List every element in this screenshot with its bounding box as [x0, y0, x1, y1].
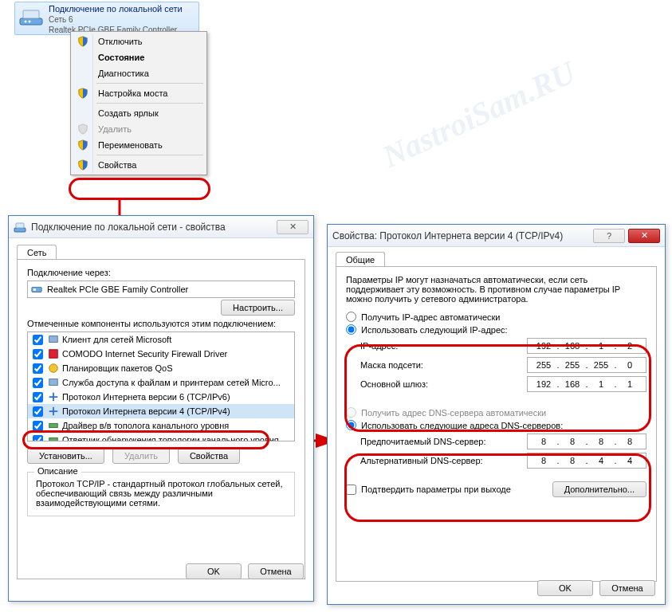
components-list[interactable]: Клиент для сетей Microsoft COMODO Intern… [27, 332, 295, 441]
install-button[interactable]: Установить... [27, 448, 104, 464]
checkbox[interactable] [33, 378, 43, 388]
dns1-input[interactable]: 8.8.8.8 [527, 434, 646, 449]
mask-input[interactable]: 255.255.255.0 [527, 357, 646, 373]
cm-rename[interactable]: Переименовать [73, 137, 205, 153]
help-button[interactable]: ? [593, 229, 625, 243]
cm-status[interactable]: Состояние [73, 49, 205, 65]
network-adapter-text: Подключение по локальной сети Сеть 6 Rea… [49, 4, 183, 33]
ipv4-properties-window: Свойства: Протокол Интернета версии 4 (T… [327, 224, 666, 605]
ipv4-titlebar[interactable]: Свойства: Протокол Интернета версии 4 (T… [328, 225, 665, 247]
checkbox[interactable] [33, 406, 43, 417]
radio-ip-manual[interactable]: Использовать следующий IP-адрес: [346, 324, 646, 335]
service-icon [48, 377, 59, 388]
svg-point-2 [25, 21, 27, 23]
svg-point-12 [49, 364, 58, 373]
qos-icon [48, 363, 59, 374]
network-icon [14, 221, 26, 233]
protocol-icon [48, 406, 59, 417]
ok-button[interactable]: OK [537, 580, 593, 596]
connection-properties-window: Подключение по локальной сети - свойства… [8, 215, 314, 602]
cancel-button[interactable]: Отмена [599, 580, 655, 596]
network-adapter-title: Подключение по локальной сети [49, 4, 183, 14]
svg-rect-11 [49, 350, 58, 359]
shield-icon [77, 124, 88, 135]
firewall-icon [48, 348, 59, 359]
shield-icon [77, 88, 88, 99]
client-icon [48, 334, 59, 345]
cm-properties[interactable]: Свойства [73, 157, 205, 173]
svg-rect-14 [49, 423, 58, 427]
gateway-input[interactable]: 192.168.1.1 [527, 376, 646, 392]
svg-rect-0 [20, 18, 42, 25]
cm-shortcut[interactable]: Создать ярлык [73, 105, 205, 121]
shield-icon [77, 139, 88, 151]
component-properties-button[interactable]: Свойства [178, 448, 240, 464]
radio-ip-auto[interactable]: Получить IP-адрес автоматически [346, 312, 646, 322]
network-icon [18, 4, 44, 29]
dns2-input[interactable]: 8.8.4.4 [527, 453, 646, 469]
radio[interactable] [346, 312, 356, 322]
description-title: Описание [34, 466, 81, 476]
svg-rect-13 [49, 379, 58, 386]
list-item[interactable]: Служба доступа к файлам и принтерам сете… [28, 375, 294, 390]
responder-icon [48, 434, 59, 441]
label-mask: Маска подсети: [360, 360, 527, 370]
adapter-field: Realtek PCIe GBE Family Controller [27, 281, 295, 298]
highlight-cm-properties [69, 178, 210, 200]
radio [346, 407, 356, 418]
label-components: Отмеченные компоненты используются этим … [27, 319, 295, 328]
list-item[interactable]: Клиент для сетей Microsoft [28, 332, 294, 347]
list-item[interactable]: COMODO Internet Security Firewall Driver [28, 347, 294, 361]
checkbox[interactable] [33, 421, 43, 431]
radio-dns-auto: Получить адрес DNS-сервера автоматически [346, 407, 646, 418]
shield-icon [77, 36, 88, 47]
cancel-button[interactable]: Отмена [248, 563, 304, 579]
network-adapter-card[interactable]: Подключение по локальной сети Сеть 6 Rea… [14, 2, 199, 35]
list-item-tcpipv4[interactable]: Протокол Интернета версии 4 (TCP/IPv4) [28, 404, 294, 418]
label-dns1: Предпочитаемый DNS-сервер: [360, 437, 527, 446]
description-text: Протокол TCP/IP - стандартный протокол г… [36, 479, 286, 508]
close-button[interactable]: ✕ [628, 229, 660, 243]
list-item[interactable]: Протокол Интернета версии 6 (TCP/IPv6) [28, 390, 294, 404]
checkbox[interactable] [33, 435, 43, 442]
cm-diagnostics[interactable]: Диагностика [73, 65, 205, 81]
radio[interactable] [346, 420, 356, 430]
svg-rect-15 [49, 437, 58, 441]
cm-bridge[interactable]: Настройка моста [73, 85, 205, 101]
adapter-name: Realtek PCIe GBE Family Controller [47, 284, 188, 294]
label-ip: IP-адрес: [360, 341, 527, 351]
driver-icon [48, 420, 59, 431]
tab-network[interactable]: Сеть [17, 245, 57, 260]
svg-rect-1 [23, 10, 39, 18]
shield-icon [77, 159, 88, 171]
svg-rect-10 [49, 336, 58, 343]
list-item[interactable]: Планировщик пакетов QoS [28, 361, 294, 375]
radio[interactable] [346, 324, 356, 335]
ok-button[interactable]: OK [186, 563, 242, 579]
checkbox[interactable] [33, 349, 43, 359]
tab-general[interactable]: Общие [336, 252, 385, 267]
protocol-icon [48, 391, 59, 402]
cm-disable[interactable]: Отключить [73, 33, 205, 49]
list-item[interactable]: Ответчик обнаружения топологии канальног… [28, 433, 294, 441]
network-adapter-sub1: Сеть 6 [49, 14, 183, 25]
advanced-button[interactable]: Дополнительно... [552, 481, 646, 497]
context-menu: Отключить Состояние Диагностика Настройк… [70, 31, 207, 175]
props-titlebar[interactable]: Подключение по локальной сети - свойства… [9, 216, 313, 238]
cm-delete: Удалить [73, 121, 205, 137]
radio-dns-manual[interactable]: Использовать следующие адреса DNS-сервер… [346, 420, 646, 430]
svg-rect-6 [14, 228, 26, 232]
checkbox[interactable] [33, 363, 43, 374]
ip-input[interactable]: 192.168.1.2 [527, 338, 646, 354]
label-dns2: Альтернативный DNS-сервер: [360, 456, 527, 465]
close-button[interactable]: ✕ [277, 220, 308, 234]
list-item[interactable]: Драйвер в/в тополога канального уровня [28, 418, 294, 433]
ipv4-intro: Параметры IP могут назначаться автоматич… [346, 275, 646, 304]
label-confirm-exit: Подтвердить параметры при выходе [361, 485, 511, 494]
checkbox[interactable] [33, 392, 43, 402]
checkbox-confirm-exit[interactable] [346, 485, 356, 495]
props-title: Подключение по локальной сети - свойства [31, 222, 273, 233]
checkbox[interactable] [33, 335, 43, 345]
ipv4-title: Свойства: Протокол Интернета версии 4 (T… [332, 230, 590, 241]
configure-button[interactable]: Настроить... [221, 300, 295, 316]
